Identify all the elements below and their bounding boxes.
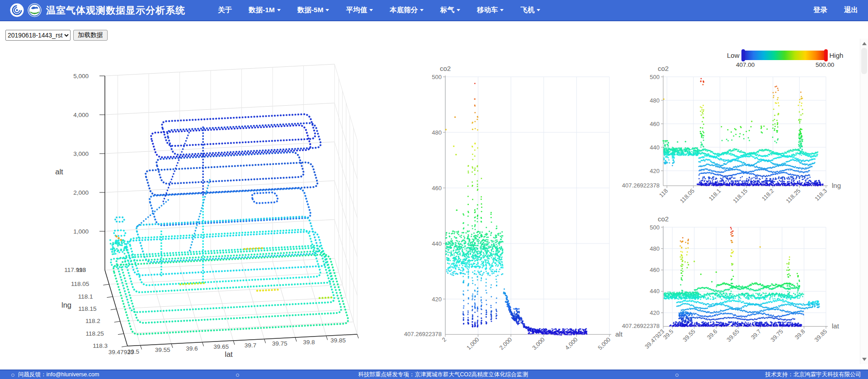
svg-text:39.47923: 39.47923 bbox=[643, 328, 665, 350]
scroll-down-button[interactable] bbox=[860, 356, 868, 363]
svg-text:118.25: 118.25 bbox=[86, 330, 104, 337]
svg-text:alt: alt bbox=[55, 168, 63, 176]
svg-text:4,000: 4,000 bbox=[73, 112, 89, 118]
svg-text:1,000: 1,000 bbox=[465, 336, 481, 351]
login-link[interactable]: 登录 bbox=[813, 5, 827, 15]
chevron-down-icon bbox=[500, 9, 504, 11]
svg-text:39.55: 39.55 bbox=[155, 346, 170, 353]
chevron-down-icon bbox=[277, 9, 281, 11]
svg-text:118.15: 118.15 bbox=[78, 305, 96, 312]
svg-text:118.3: 118.3 bbox=[813, 187, 828, 202]
svg-text:39.6: 39.6 bbox=[706, 328, 719, 341]
scrollbar-thumb[interactable] bbox=[861, 48, 867, 74]
svg-text:39.7: 39.7 bbox=[750, 328, 763, 341]
nav-item-about[interactable]: 关于 bbox=[218, 5, 232, 15]
load-data-button[interactable]: 加载数据 bbox=[73, 30, 108, 41]
svg-text:407.26922378: 407.26922378 bbox=[622, 182, 660, 189]
auth-links: 登录 退出 bbox=[813, 5, 858, 15]
chevron-down-icon bbox=[457, 9, 460, 11]
svg-text:118.05: 118.05 bbox=[71, 281, 89, 287]
svg-text:460: 460 bbox=[432, 185, 442, 192]
nav-item-label: 关于 bbox=[218, 5, 232, 15]
vertical-scrollbar[interactable] bbox=[860, 39, 868, 364]
svg-text:460: 460 bbox=[650, 121, 660, 127]
svg-text:5,000: 5,000 bbox=[73, 73, 89, 80]
svg-text:118.2: 118.2 bbox=[85, 318, 100, 324]
svg-text:118.05: 118.05 bbox=[679, 187, 696, 205]
footer-dot-icon bbox=[11, 374, 14, 377]
svg-text:39.85: 39.85 bbox=[813, 328, 829, 343]
svg-text:39.7: 39.7 bbox=[245, 342, 256, 349]
main-nav: 关于数据-1M数据-5M平均值本底筛分标气移动车飞机 bbox=[218, 5, 540, 15]
cma-logo-icon bbox=[10, 3, 24, 17]
svg-text:lng: lng bbox=[61, 301, 71, 309]
app-title: 温室气体观测数据显示分析系统 bbox=[46, 4, 185, 17]
dataset-controls: 20190618-1443_rst 加载数据 bbox=[5, 30, 108, 41]
svg-text:3,000: 3,000 bbox=[73, 150, 89, 157]
svg-text:500: 500 bbox=[650, 74, 660, 80]
svg-text:118.1: 118.1 bbox=[708, 187, 722, 202]
dataset-select[interactable]: 20190618-1443_rst bbox=[5, 30, 71, 41]
svg-text:lng: lng bbox=[832, 182, 841, 189]
svg-text:39.75: 39.75 bbox=[272, 340, 288, 347]
nav-item-label: 本底筛分 bbox=[390, 5, 418, 15]
svg-text:39.5: 39.5 bbox=[662, 328, 675, 341]
svg-text:118.2: 118.2 bbox=[760, 187, 775, 202]
chevron-down-icon bbox=[537, 9, 540, 11]
nav-item-background-filter[interactable]: 本底筛分 bbox=[390, 5, 424, 15]
svg-text:440: 440 bbox=[650, 144, 660, 151]
svg-text:2: 2 bbox=[440, 336, 448, 343]
svg-text:co2: co2 bbox=[658, 215, 669, 223]
svg-text:420: 420 bbox=[432, 296, 442, 303]
nav-item-aircraft[interactable]: 飞机 bbox=[520, 5, 540, 15]
nav-item-standard-gas[interactable]: 标气 bbox=[440, 5, 460, 15]
svg-text:500: 500 bbox=[650, 224, 660, 231]
svg-text:3,000: 3,000 bbox=[531, 336, 546, 351]
svg-text:1,000: 1,000 bbox=[73, 228, 89, 235]
chart-co2-vs-lat[interactable]: 500480460440420407.2692237839.4792339.53… bbox=[615, 208, 841, 357]
nav-item-label: 标气 bbox=[440, 5, 454, 15]
svg-text:118: 118 bbox=[76, 267, 86, 273]
nav-item-label: 数据-1M bbox=[249, 5, 275, 15]
footer-feedback: 问题反馈：info@hluniverse.com bbox=[18, 370, 99, 379]
nav-item-label: 平均值 bbox=[346, 5, 367, 15]
svg-text:lat: lat bbox=[832, 322, 840, 330]
footer-project: 科技部重点研发专项：京津冀城市群大气CO2高精度立体化综合监测 bbox=[358, 370, 528, 379]
chart-co2-vs-alt[interactable]: 500480460440420407.2692237821,0002,0003,… bbox=[389, 59, 624, 357]
svg-text:440: 440 bbox=[432, 240, 442, 247]
nav-item-data-5m[interactable]: 数据-5M bbox=[297, 5, 330, 15]
chart-co2-vs-lng[interactable]: 500480460440420407.26922378118118.05118.… bbox=[615, 59, 841, 208]
logout-link[interactable]: 退出 bbox=[844, 5, 858, 15]
nav-item-label: 飞机 bbox=[520, 5, 534, 15]
iap-logo-icon bbox=[28, 3, 42, 17]
legend-low-label: Low bbox=[727, 51, 740, 59]
svg-text:39.47923: 39.47923 bbox=[108, 349, 134, 356]
svg-text:4,000: 4,000 bbox=[564, 336, 579, 351]
nav-item-average[interactable]: 平均值 bbox=[346, 5, 373, 15]
chevron-down-icon bbox=[369, 9, 373, 11]
chevron-down-icon bbox=[326, 9, 329, 11]
svg-text:39.65: 39.65 bbox=[213, 343, 229, 350]
footer-support: 技术支持：北京鸿霖宇天科技有限公司 bbox=[765, 370, 862, 379]
svg-text:co2: co2 bbox=[658, 65, 669, 72]
svg-text:39.55: 39.55 bbox=[681, 328, 697, 343]
top-navbar: 温室气体观测数据显示分析系统 关于数据-1M数据-5M平均值本底筛分标气移动车飞… bbox=[0, 0, 868, 21]
svg-text:2,000: 2,000 bbox=[73, 189, 89, 196]
svg-text:118.25: 118.25 bbox=[784, 187, 802, 205]
triangle-down-icon bbox=[862, 358, 867, 361]
svg-text:118: 118 bbox=[658, 187, 669, 199]
scroll-up-button[interactable] bbox=[860, 40, 868, 47]
footer-bar: 问题反馈：info@hluniverse.com 科技部重点研发专项：京津冀城市… bbox=[0, 370, 868, 379]
chevron-down-icon bbox=[420, 9, 424, 11]
nav-item-mobile-vehicle[interactable]: 移动车 bbox=[477, 5, 504, 15]
chart-3d-flight-track[interactable]: 1,0002,0003,0004,0005,000118.05118.1118.… bbox=[36, 50, 362, 366]
svg-text:440: 440 bbox=[650, 288, 660, 295]
svg-text:460: 460 bbox=[650, 267, 660, 273]
nav-item-label: 移动车 bbox=[477, 5, 498, 15]
nav-item-data-1m[interactable]: 数据-1M bbox=[249, 5, 281, 15]
nav-item-label: 数据-5M bbox=[297, 5, 324, 15]
svg-text:420: 420 bbox=[650, 168, 660, 174]
svg-text:500: 500 bbox=[432, 74, 442, 80]
footer-dot-icon bbox=[675, 374, 679, 377]
svg-text:5,000: 5,000 bbox=[597, 336, 612, 351]
